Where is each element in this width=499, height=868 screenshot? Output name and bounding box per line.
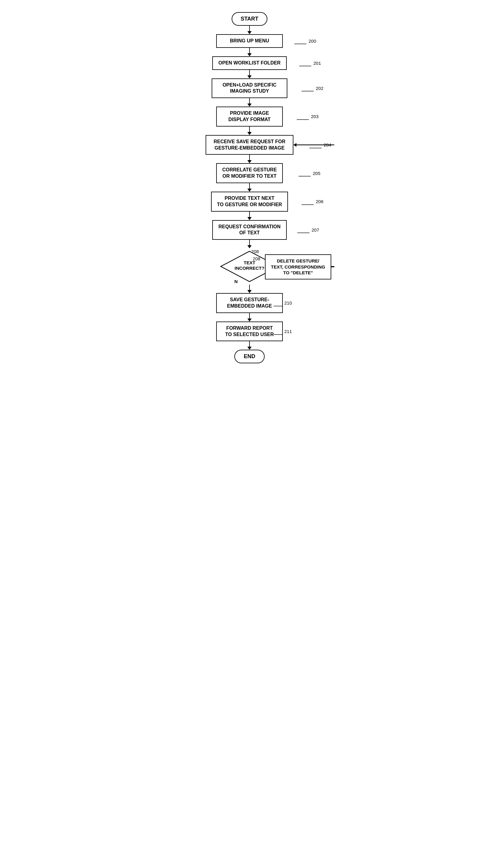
svg-text:INCORRECT?: INCORRECT? xyxy=(235,266,264,271)
ref-205: 205 xyxy=(313,171,320,176)
node-203: PROVIDE IMAGEDISPLAY FORMAT xyxy=(216,107,283,126)
flowchart-container: 208 START BRING UP MENU 200 OPEN WORKLIS… xyxy=(165,6,334,376)
node-206: PROVIDE TEXT NEXTTO GESTURE OR MODIFIER xyxy=(211,192,288,212)
node-204: RECEIVE SAVE REQUEST FORGESTURE-EMBEDDED… xyxy=(206,135,293,155)
ref-203: 203 xyxy=(311,114,318,119)
node-207: REQUEST CONFIRMATIONOF TEXT xyxy=(212,220,287,240)
node-211: FORWARD REPORTTO SELECTED USER xyxy=(216,321,283,342)
ref-208: 208 xyxy=(253,256,260,261)
node-205: CORRELATE GESTUREOR MODIFIER TO TEXT xyxy=(216,163,283,183)
ref-207: 207 xyxy=(312,228,319,233)
ref-line-201 xyxy=(299,63,314,69)
ref-201: 201 xyxy=(313,61,321,66)
ref-line-211 xyxy=(274,331,286,338)
ref-200: 200 xyxy=(308,38,316,44)
node-202: OPEN+LOAD SPECIFICIMAGING STUDY xyxy=(212,78,287,98)
end-node: END xyxy=(234,350,265,363)
ref-line-205 xyxy=(299,173,314,179)
ref-line-203 xyxy=(297,117,312,123)
ref-line-206 xyxy=(302,201,317,208)
start-node: START xyxy=(232,12,268,26)
node-208: DELETE GESTURE/TEXT, CORRESPONDINGTO "DE… xyxy=(265,254,331,279)
branch-n-label: N xyxy=(234,279,238,284)
node-200: BRING UP MENU xyxy=(216,34,283,48)
ref-line-202 xyxy=(302,88,317,94)
ref-line-200 xyxy=(294,41,309,47)
ref-204: 204 xyxy=(324,142,331,147)
ref-line-210 xyxy=(274,303,286,309)
ref-line-204 xyxy=(309,145,325,151)
ref-line-207 xyxy=(297,230,313,236)
main-flow: START BRING UP MENU 200 OPEN WORKLIST FO… xyxy=(165,12,334,363)
node-201: OPEN WORKLIST FOLDER xyxy=(212,56,287,70)
node-210: SAVE GESTURE-EMBEDDED IMAGE xyxy=(216,293,283,313)
node-208-container: DELETE GESTURE/TEXT, CORRESPONDINGTO "DE… xyxy=(265,254,331,279)
ref-202: 202 xyxy=(316,86,324,91)
ref-206: 206 xyxy=(316,199,324,204)
